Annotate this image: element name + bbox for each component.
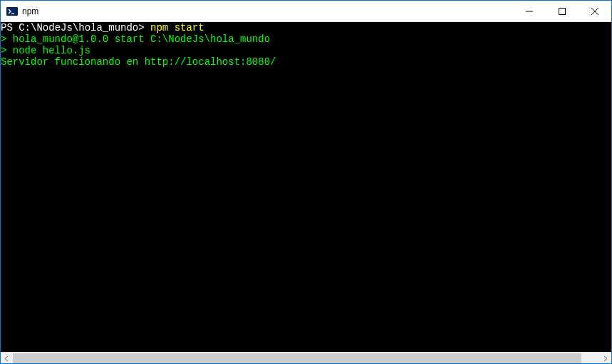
output-line: > node hello.js [1, 45, 611, 56]
chevron-left-icon [4, 356, 9, 361]
prompt-line: PS C:\NodeJs\hola_mundo> npm start [1, 22, 611, 33]
powershell-icon [6, 6, 18, 17]
typed-command: npm start [150, 22, 204, 33]
scroll-thumb[interactable] [13, 353, 581, 364]
prompt-prefix: PS [1, 22, 19, 33]
minimize-button[interactable] [513, 1, 546, 21]
terminal[interactable]: PS C:\NodeJs\hola_mundo> npm start > hol… [1, 22, 611, 352]
titlebar: npm [1, 1, 611, 22]
scroll-right-arrow[interactable] [599, 353, 611, 365]
chevron-right-icon [603, 356, 608, 361]
scroll-track[interactable] [13, 353, 599, 365]
svg-rect-0 [6, 7, 18, 16]
window-title: npm [22, 6, 513, 16]
maximize-button[interactable] [546, 1, 579, 21]
prompt-suffix: > [138, 22, 150, 33]
prompt-path: C:\NodeJs\hola_mundo [19, 22, 138, 33]
window-controls [513, 1, 611, 21]
maximize-icon [559, 8, 566, 15]
output-line: Servidor funcionando en http://localhost… [1, 56, 611, 68]
close-button[interactable] [579, 1, 611, 21]
scroll-left-arrow[interactable] [1, 353, 13, 365]
horizontal-scrollbar[interactable] [1, 352, 611, 364]
svg-rect-3 [559, 8, 566, 14]
output-line: > hola_mundo@1.0.0 start C:\NodeJs\hola_… [1, 33, 611, 45]
minimize-icon [526, 8, 533, 15]
close-icon [591, 8, 598, 15]
